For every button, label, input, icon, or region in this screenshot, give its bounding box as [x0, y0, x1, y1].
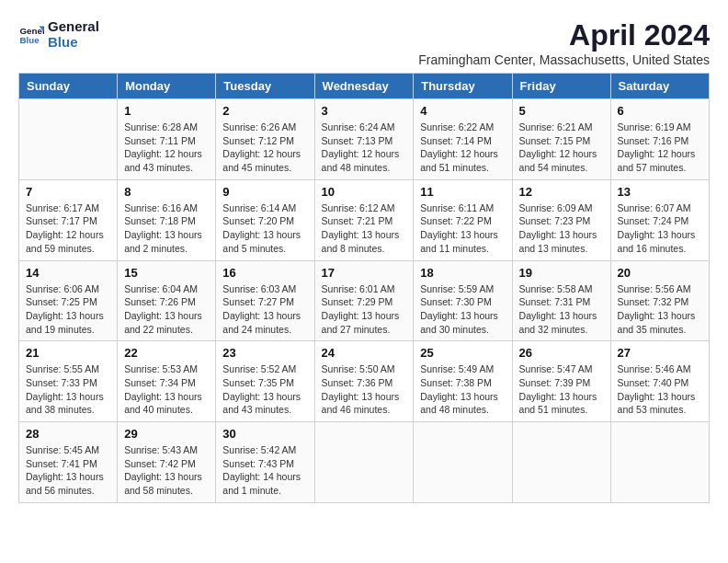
calendar-cell: 8Sunrise: 6:16 AMSunset: 7:18 PMDaylight…: [118, 179, 216, 260]
calendar-cell: 1Sunrise: 6:28 AMSunset: 7:11 PMDaylight…: [118, 99, 216, 180]
day-info: Sunrise: 6:09 AMSunset: 7:23 PMDaylight:…: [519, 201, 604, 256]
logo-blue: Blue: [48, 34, 99, 50]
calendar-cell: 29Sunrise: 5:43 AMSunset: 7:42 PMDayligh…: [118, 422, 216, 503]
day-number: 12: [519, 185, 604, 199]
calendar-header-tuesday: Tuesday: [216, 74, 314, 99]
calendar-cell: 13Sunrise: 6:07 AMSunset: 7:24 PMDayligh…: [610, 179, 709, 260]
calendar-cell: 28Sunrise: 5:45 AMSunset: 7:41 PMDayligh…: [19, 422, 118, 503]
calendar-cell: [414, 422, 512, 503]
calendar-cell: 4Sunrise: 6:22 AMSunset: 7:14 PMDaylight…: [414, 99, 512, 180]
calendar-cell: 7Sunrise: 6:17 AMSunset: 7:17 PMDaylight…: [19, 179, 118, 260]
calendar-cell: 19Sunrise: 5:58 AMSunset: 7:31 PMDayligh…: [512, 260, 610, 341]
day-info: Sunrise: 5:42 AMSunset: 7:43 PMDaylight:…: [222, 443, 307, 498]
day-info: Sunrise: 6:17 AMSunset: 7:17 PMDaylight:…: [26, 201, 110, 256]
month-title: April 2024: [418, 18, 710, 52]
day-info: Sunrise: 5:59 AMSunset: 7:30 PMDaylight:…: [420, 282, 505, 337]
day-info: Sunrise: 6:01 AMSunset: 7:29 PMDaylight:…: [322, 282, 407, 337]
day-info: Sunrise: 6:07 AMSunset: 7:24 PMDaylight:…: [618, 201, 702, 256]
day-info: Sunrise: 6:24 AMSunset: 7:13 PMDaylight:…: [322, 121, 407, 175]
calendar-header-thursday: Thursday: [414, 74, 512, 99]
day-number: 20: [618, 266, 702, 280]
day-number: 4: [420, 104, 505, 118]
day-number: 14: [26, 266, 110, 280]
day-number: 17: [322, 266, 407, 280]
day-info: Sunrise: 6:03 AMSunset: 7:27 PMDaylight:…: [222, 282, 307, 337]
day-number: 2: [222, 104, 307, 118]
day-number: 24: [322, 346, 407, 360]
calendar-cell: [314, 422, 414, 503]
calendar-cell: 6Sunrise: 6:19 AMSunset: 7:16 PMDaylight…: [610, 99, 709, 180]
day-info: Sunrise: 5:46 AMSunset: 7:40 PMDaylight:…: [618, 362, 702, 417]
calendar-cell: 23Sunrise: 5:52 AMSunset: 7:35 PMDayligh…: [216, 341, 314, 422]
calendar-week-row: 1Sunrise: 6:28 AMSunset: 7:11 PMDaylight…: [19, 99, 710, 180]
logo: General Blue General Blue: [18, 18, 99, 50]
calendar-header-wednesday: Wednesday: [314, 74, 414, 99]
day-info: Sunrise: 5:53 AMSunset: 7:34 PMDaylight:…: [124, 362, 209, 417]
day-info: Sunrise: 6:14 AMSunset: 7:20 PMDaylight:…: [222, 201, 307, 256]
day-info: Sunrise: 5:58 AMSunset: 7:31 PMDaylight:…: [519, 282, 604, 337]
day-number: 7: [26, 185, 110, 199]
calendar-cell: [19, 99, 118, 180]
logo-icon: General Blue: [18, 21, 44, 47]
day-number: 18: [420, 266, 505, 280]
day-info: Sunrise: 6:21 AMSunset: 7:15 PMDaylight:…: [519, 121, 604, 175]
page-header: General Blue General Blue April 2024 Fra…: [18, 18, 710, 67]
day-number: 10: [322, 185, 407, 199]
day-number: 29: [124, 427, 209, 441]
logo-general: General: [48, 18, 99, 34]
calendar-cell: 2Sunrise: 6:26 AMSunset: 7:12 PMDaylight…: [216, 99, 314, 180]
day-info: Sunrise: 5:49 AMSunset: 7:38 PMDaylight:…: [420, 362, 505, 417]
day-info: Sunrise: 5:56 AMSunset: 7:32 PMDaylight:…: [618, 282, 702, 337]
day-number: 11: [420, 185, 505, 199]
day-info: Sunrise: 6:22 AMSunset: 7:14 PMDaylight:…: [420, 121, 505, 175]
day-info: Sunrise: 5:47 AMSunset: 7:39 PMDaylight:…: [519, 362, 604, 417]
calendar-cell: 22Sunrise: 5:53 AMSunset: 7:34 PMDayligh…: [118, 341, 216, 422]
day-info: Sunrise: 5:43 AMSunset: 7:42 PMDaylight:…: [124, 443, 209, 498]
calendar-cell: 5Sunrise: 6:21 AMSunset: 7:15 PMDaylight…: [512, 99, 610, 180]
calendar-cell: 18Sunrise: 5:59 AMSunset: 7:30 PMDayligh…: [414, 260, 512, 341]
day-number: 28: [26, 427, 110, 441]
title-block: April 2024 Framingham Center, Massachuse…: [418, 18, 710, 67]
day-info: Sunrise: 6:26 AMSunset: 7:12 PMDaylight:…: [222, 121, 307, 175]
day-info: Sunrise: 5:55 AMSunset: 7:33 PMDaylight:…: [26, 362, 110, 417]
day-number: 19: [519, 266, 604, 280]
calendar-cell: 25Sunrise: 5:49 AMSunset: 7:38 PMDayligh…: [414, 341, 512, 422]
calendar-cell: 20Sunrise: 5:56 AMSunset: 7:32 PMDayligh…: [610, 260, 709, 341]
day-info: Sunrise: 6:06 AMSunset: 7:25 PMDaylight:…: [26, 282, 110, 337]
day-number: 6: [618, 104, 702, 118]
calendar-header-friday: Friday: [512, 74, 610, 99]
calendar-cell: 14Sunrise: 6:06 AMSunset: 7:25 PMDayligh…: [19, 260, 118, 341]
day-number: 5: [519, 104, 604, 118]
day-number: 22: [124, 346, 209, 360]
calendar-cell: 27Sunrise: 5:46 AMSunset: 7:40 PMDayligh…: [610, 341, 709, 422]
location-subtitle: Framingham Center, Massachusetts, United…: [418, 52, 710, 67]
calendar-week-row: 7Sunrise: 6:17 AMSunset: 7:17 PMDaylight…: [19, 179, 710, 260]
calendar-week-row: 14Sunrise: 6:06 AMSunset: 7:25 PMDayligh…: [19, 260, 710, 341]
day-number: 3: [322, 104, 407, 118]
calendar-cell: 21Sunrise: 5:55 AMSunset: 7:33 PMDayligh…: [19, 341, 118, 422]
calendar-cell: 10Sunrise: 6:12 AMSunset: 7:21 PMDayligh…: [314, 179, 414, 260]
day-number: 13: [618, 185, 702, 199]
day-info: Sunrise: 6:12 AMSunset: 7:21 PMDaylight:…: [322, 201, 407, 256]
svg-text:Blue: Blue: [19, 35, 40, 45]
day-info: Sunrise: 5:45 AMSunset: 7:41 PMDaylight:…: [26, 443, 110, 498]
day-info: Sunrise: 6:19 AMSunset: 7:16 PMDaylight:…: [618, 121, 702, 175]
calendar-table: SundayMondayTuesdayWednesdayThursdayFrid…: [18, 73, 710, 503]
calendar-cell: 15Sunrise: 6:04 AMSunset: 7:26 PMDayligh…: [118, 260, 216, 341]
calendar-cell: 26Sunrise: 5:47 AMSunset: 7:39 PMDayligh…: [512, 341, 610, 422]
day-number: 30: [222, 427, 307, 441]
day-number: 16: [222, 266, 307, 280]
calendar-week-row: 21Sunrise: 5:55 AMSunset: 7:33 PMDayligh…: [19, 341, 710, 422]
day-number: 15: [124, 266, 209, 280]
calendar-header-monday: Monday: [118, 74, 216, 99]
calendar-cell: 30Sunrise: 5:42 AMSunset: 7:43 PMDayligh…: [216, 422, 314, 503]
day-info: Sunrise: 6:16 AMSunset: 7:18 PMDaylight:…: [124, 201, 209, 256]
day-number: 23: [222, 346, 307, 360]
day-number: 21: [26, 346, 110, 360]
day-number: 1: [124, 104, 209, 118]
day-number: 27: [618, 346, 702, 360]
calendar-cell: 16Sunrise: 6:03 AMSunset: 7:27 PMDayligh…: [216, 260, 314, 341]
day-info: Sunrise: 6:28 AMSunset: 7:11 PMDaylight:…: [124, 121, 209, 175]
day-number: 8: [124, 185, 209, 199]
calendar-header-row: SundayMondayTuesdayWednesdayThursdayFrid…: [19, 74, 710, 99]
